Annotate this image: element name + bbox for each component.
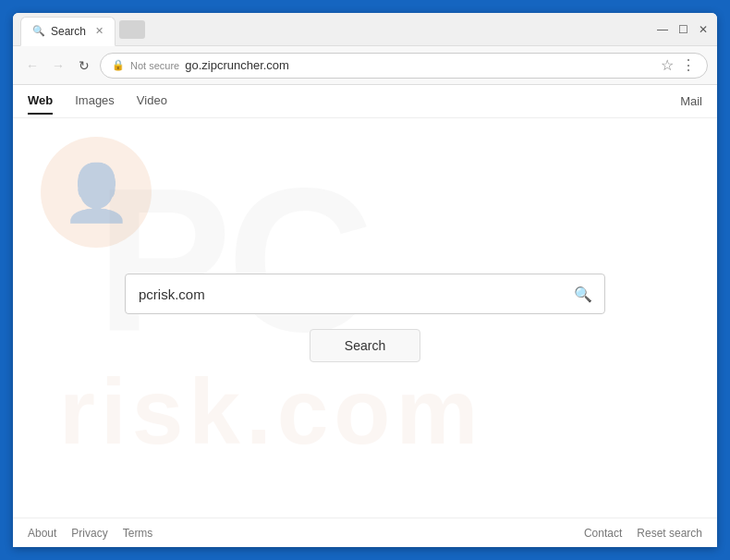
tab-title: Search	[51, 25, 86, 38]
minimize-button[interactable]: —	[656, 23, 669, 36]
browser-tab[interactable]: 🔍 Search ✕	[20, 17, 116, 46]
bookmark-icon[interactable]: ☆	[661, 56, 674, 74]
close-button[interactable]: ✕	[697, 23, 710, 36]
svg-text:risk.com: risk.com	[59, 359, 483, 462]
tab-mail[interactable]: Mail	[680, 94, 702, 108]
back-button[interactable]: ←	[22, 55, 43, 76]
tab-web[interactable]: Web	[28, 88, 53, 115]
url-bar[interactable]: 🔒 Not secure go.zipcruncher.com ☆ ⋮	[100, 53, 708, 79]
search-icon: 🔍	[574, 286, 592, 303]
footer-terms[interactable]: Terms	[123, 527, 153, 540]
maximize-button[interactable]: ☐	[676, 23, 689, 36]
nav-tabs: Web Images Video Mail	[13, 85, 717, 118]
search-button[interactable]: Search	[310, 329, 420, 362]
footer-contact[interactable]: Contact	[584, 527, 622, 540]
url-text: go.zipcruncher.com	[185, 58, 289, 72]
pc-circle-icon: 👤	[41, 137, 152, 248]
footer-reset-search[interactable]: Reset search	[637, 527, 702, 540]
main-content: 👤 PC risk.com 🔍 Search	[13, 118, 717, 517]
security-label: Not secure	[130, 60, 179, 71]
search-input[interactable]	[125, 274, 605, 314]
tab-close-button[interactable]: ✕	[95, 25, 103, 37]
new-tab-button[interactable]	[119, 20, 145, 39]
search-input-wrapper: 🔍	[125, 274, 605, 314]
search-area: 🔍 Search	[125, 274, 605, 362]
footer-about[interactable]: About	[28, 527, 56, 540]
pc-logo: 👤	[41, 137, 152, 248]
lock-icon: 🔒	[112, 59, 125, 71]
browser-menu-icon[interactable]: ⋮	[681, 56, 696, 74]
forward-button[interactable]: →	[48, 55, 68, 76]
footer-privacy[interactable]: Privacy	[71, 527, 107, 540]
tab-images[interactable]: Images	[75, 88, 115, 115]
reload-button[interactable]: ↻	[74, 55, 94, 76]
footer: About Privacy Terms Contact Reset search	[13, 517, 717, 547]
tab-favicon: 🔍	[32, 25, 45, 37]
tab-video[interactable]: Video	[137, 88, 167, 115]
